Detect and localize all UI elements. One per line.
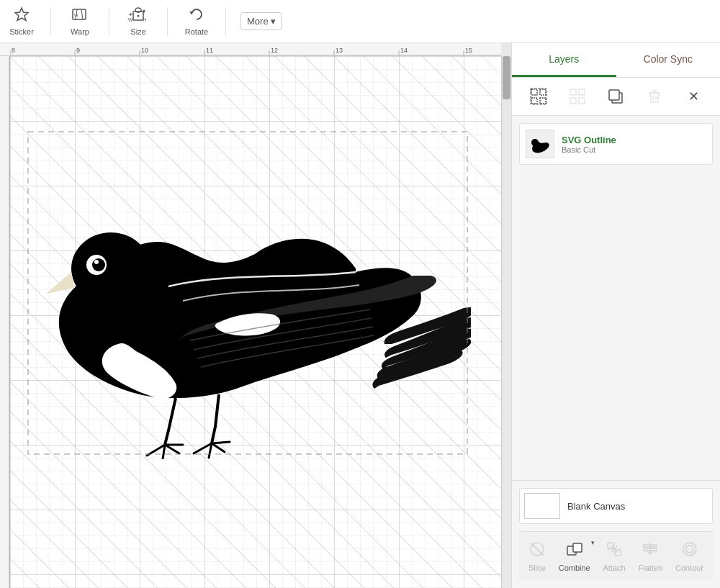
main-area: 8 9 10 11 12 13 14 15	[0, 43, 720, 588]
ruler-top: 8 9 10 11 12 13 14 15	[0, 43, 501, 56]
close-panel-button[interactable]: ✕	[680, 83, 706, 109]
scrollbar-vertical[interactable]	[501, 56, 511, 588]
tabs: Layers Color Sync	[512, 43, 720, 78]
action-bar: Slice Combine ▾	[519, 531, 713, 581]
tab-layers[interactable]: Layers	[512, 43, 616, 77]
svg-rect-35	[540, 98, 546, 104]
svg-rect-36	[531, 89, 546, 104]
svg-text:13: 13	[336, 47, 343, 54]
slice-icon	[528, 540, 546, 561]
divider-1	[50, 7, 51, 36]
svg-point-30	[94, 260, 99, 264]
right-panel: Layers Color Sync	[511, 43, 720, 588]
svg-point-5	[138, 15, 140, 17]
slice-button[interactable]: Slice	[523, 538, 552, 575]
toolbar: Sticker W Warp W	[0, 0, 720, 43]
sticker-tool[interactable]: Sticker	[7, 6, 36, 36]
sticker-icon	[14, 6, 30, 26]
svg-rect-40	[579, 98, 585, 104]
layer-info: SVG Outline Basic Cut	[562, 135, 706, 154]
tab-color-sync[interactable]: Color Sync	[616, 43, 721, 77]
flatten-button[interactable]: Flatten	[633, 538, 669, 575]
combine-icon	[566, 540, 583, 561]
svg-rect-38	[579, 89, 585, 95]
scrollbar-thumb[interactable]	[503, 56, 510, 99]
svg-text:W: W	[74, 13, 78, 17]
svg-text:14: 14	[400, 47, 408, 54]
svg-point-43	[531, 139, 539, 146]
svg-text:15: 15	[465, 47, 472, 54]
contour-button[interactable]: Contour	[670, 538, 709, 575]
svg-rect-34	[531, 98, 537, 104]
combine-button[interactable]: Combine ▾	[553, 538, 596, 575]
canvas-area[interactable]: 8 9 10 11 12 13 14 15	[0, 43, 511, 588]
warp-tool[interactable]: W Warp	[66, 6, 94, 36]
ruler-left	[0, 56, 10, 588]
bird-image[interactable]	[24, 128, 471, 459]
svg-rect-39	[570, 98, 576, 104]
svg-text:11: 11	[206, 47, 213, 54]
svg-rect-33	[540, 89, 546, 95]
svg-point-29	[92, 258, 105, 271]
warp-icon: W	[71, 6, 89, 26]
layer-thumbnail	[526, 130, 554, 158]
canvas-grid[interactable]	[10, 56, 501, 588]
svg-marker-0	[15, 8, 28, 21]
panel-toolbar: ✕	[512, 78, 720, 116]
group-button[interactable]	[526, 83, 552, 109]
blank-canvas-item[interactable]: Blank Canvas	[519, 488, 713, 524]
layer-item-svg-outline[interactable]: SVG Outline Basic Cut	[519, 123, 713, 165]
svg-marker-8	[189, 12, 194, 14]
blank-canvas-thumbnail	[524, 493, 560, 519]
attach-icon	[606, 540, 623, 561]
combine-dropdown-arrow: ▾	[591, 539, 595, 546]
divider-3	[167, 7, 168, 36]
ungroup-button[interactable]	[564, 83, 590, 109]
divider-4	[225, 7, 226, 36]
svg-rect-32	[531, 89, 537, 95]
divider-2	[109, 7, 109, 36]
attach-button[interactable]: Attach	[598, 538, 631, 575]
rotate-tool[interactable]: Rotate	[182, 6, 211, 36]
flatten-icon	[642, 540, 659, 561]
svg-text:8: 8	[12, 47, 15, 54]
svg-rect-37	[570, 89, 576, 95]
svg-rect-47	[573, 543, 582, 552]
svg-text:12: 12	[271, 47, 278, 54]
duplicate-button[interactable]	[603, 83, 629, 109]
svg-text:H: H	[143, 17, 146, 22]
svg-text:W: W	[128, 17, 133, 22]
delete-button[interactable]	[642, 83, 667, 109]
panel-bottom: Blank Canvas Slice	[512, 480, 720, 588]
svg-rect-42	[609, 90, 619, 100]
svg-text:9: 9	[76, 47, 80, 54]
svg-point-27	[71, 232, 150, 304]
more-button[interactable]: More ▾	[240, 12, 282, 30]
contour-icon	[681, 540, 698, 561]
size-tool[interactable]: W H Size	[124, 6, 153, 36]
layers-content: SVG Outline Basic Cut	[512, 116, 720, 480]
rotate-icon	[189, 6, 204, 26]
svg-text:10: 10	[141, 47, 148, 54]
size-icon: W H	[128, 6, 148, 26]
